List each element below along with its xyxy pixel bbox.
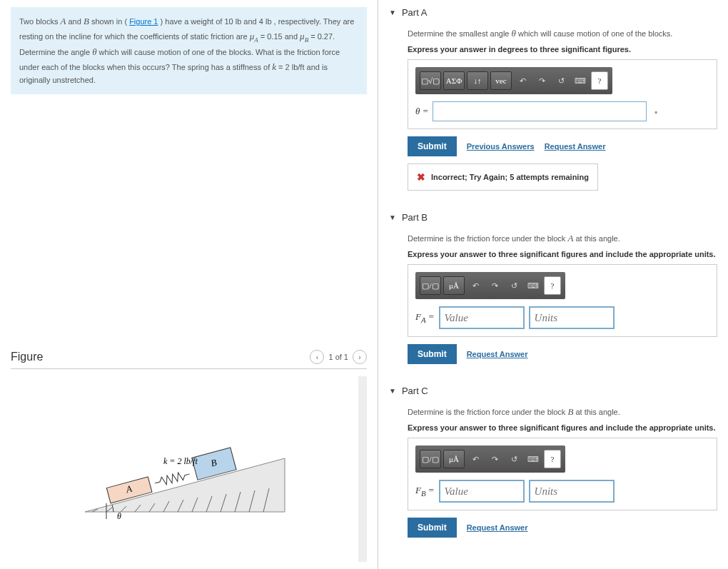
submit-button[interactable]: Submit xyxy=(408,136,457,156)
part-c: ▼ Part C Determine is the friction force… xyxy=(389,386,717,538)
request-answer-link[interactable]: Request Answer xyxy=(545,142,606,151)
feedback-text: Incorrect; Try Again; 5 attempts remaini… xyxy=(431,173,589,181)
fraction-button[interactable]: ▢/▢ xyxy=(420,276,441,295)
part-c-prompt1: Determine is the friction force under th… xyxy=(408,406,717,418)
fraction-button[interactable]: ▢/▢ xyxy=(420,450,441,468)
prev-figure-button[interactable]: ‹ xyxy=(310,350,324,364)
svg-line-16 xyxy=(184,474,189,475)
var-b: B xyxy=(84,16,89,26)
part-b-title: Part B xyxy=(402,212,428,223)
fa-label: FA = xyxy=(415,311,435,324)
redo-button[interactable]: ↷ xyxy=(533,71,550,90)
part-b-prompt2: Express your answer to three significant… xyxy=(408,250,717,258)
keyboard-button[interactable]: ⌨ xyxy=(525,276,542,295)
mu-b: μB xyxy=(300,31,308,41)
incline-diagram: A B k = 2 lb/ft θ xyxy=(64,405,306,533)
theta-label: θ = xyxy=(415,106,428,117)
equation-toolbar: ▢/▢ μÅ ↶ ↷ ↺ ⌨ ? xyxy=(415,272,565,299)
k-label: k = 2 lb/ft xyxy=(163,456,198,466)
value-input[interactable] xyxy=(439,306,525,329)
text: Two blocks xyxy=(19,17,60,26)
answer-box-b: ▢/▢ μÅ ↶ ↷ ↺ ⌨ ? FA = xyxy=(408,264,717,337)
units-button[interactable]: μÅ xyxy=(443,450,465,468)
unit: lb xyxy=(236,17,242,26)
figure-canvas: A B k = 2 lb/ft θ xyxy=(11,376,367,562)
collapse-icon[interactable]: ▼ xyxy=(389,213,396,221)
figure-title: Figure xyxy=(11,351,43,363)
answer-box-c: ▢/▢ μÅ ↶ ↷ ↺ ⌨ ? FB = xyxy=(408,438,717,510)
reset-button[interactable]: ↺ xyxy=(505,450,522,468)
help-button[interactable]: ? xyxy=(544,276,561,295)
k-unit: lb/ft xyxy=(292,63,305,71)
previous-answers-link[interactable]: Previous Answers xyxy=(467,142,535,151)
theta-input[interactable] xyxy=(433,101,647,121)
figure-link[interactable]: Figure 1 xyxy=(129,17,158,26)
problem-statement: Two blocks A and B shown in ( Figure 1 )… xyxy=(11,7,367,94)
help-button[interactable]: ? xyxy=(591,71,608,90)
equation-toolbar: ▢/▢ μÅ ↶ ↷ ↺ ⌨ ? xyxy=(415,445,565,473)
reset-button[interactable]: ↺ xyxy=(505,276,522,295)
part-c-title: Part C xyxy=(402,386,428,396)
part-a-prompt1: Determine the smallest angle θ which wil… xyxy=(408,28,717,39)
part-b-prompt1: Determine is the friction force under th… xyxy=(408,233,717,244)
keyboard-button[interactable]: ⌨ xyxy=(525,450,542,468)
theta: θ xyxy=(92,46,96,57)
mu-a: μA xyxy=(250,31,258,41)
vec-button[interactable]: vec xyxy=(490,71,512,90)
collapse-icon[interactable]: ▼ xyxy=(389,9,396,16)
answer-box-a: ▢√▢ ΑΣΦ ↓↑ vec ↶ ↷ ↺ ⌨ ? θ = ∘ xyxy=(408,59,717,129)
unit: lb xyxy=(266,17,272,26)
request-answer-link[interactable]: Request Answer xyxy=(467,523,528,532)
value-input[interactable] xyxy=(439,480,525,503)
part-c-prompt2: Express your answer to three significant… xyxy=(408,423,717,432)
undo-button[interactable]: ↶ xyxy=(467,450,484,468)
next-figure-button[interactable]: › xyxy=(353,350,367,364)
keyboard-button[interactable]: ⌨ xyxy=(572,71,589,90)
theta-label: θ xyxy=(117,511,121,521)
subscript-button[interactable]: ↓↑ xyxy=(467,71,488,90)
text: and 4 xyxy=(243,17,266,26)
feedback-box: ✖ Incorrect; Try Again; 5 attempts remai… xyxy=(408,163,598,191)
text: ) have a weight of 10 xyxy=(161,17,236,26)
part-a-prompt2: Express your answer in degrees to three … xyxy=(408,45,717,54)
units-button[interactable]: μÅ xyxy=(443,276,465,295)
part-a: ▼ Part A Determine the smallest angle θ … xyxy=(389,7,717,191)
incorrect-icon: ✖ xyxy=(417,171,425,183)
text: = 0.15 and xyxy=(261,32,300,41)
part-b: ▼ Part B Determine is the friction force… xyxy=(389,212,717,364)
fb-label: FB = xyxy=(415,485,435,498)
text: and xyxy=(68,17,83,26)
redo-button[interactable]: ↷ xyxy=(486,450,503,468)
text: = 2 xyxy=(278,63,292,71)
request-answer-link[interactable]: Request Answer xyxy=(467,350,528,358)
collapse-icon[interactable]: ▼ xyxy=(389,387,396,395)
svg-line-15 xyxy=(155,482,160,483)
templates-button[interactable]: ▢√▢ xyxy=(420,71,441,90)
submit-button[interactable]: Submit xyxy=(408,518,457,538)
undo-button[interactable]: ↶ xyxy=(514,71,531,90)
equation-toolbar: ▢√▢ ΑΣΦ ↓↑ vec ↶ ↷ ↺ ⌨ ? xyxy=(415,67,612,94)
greek-button[interactable]: ΑΣΦ xyxy=(443,71,465,90)
redo-button[interactable]: ↷ xyxy=(486,276,503,295)
units-input[interactable] xyxy=(529,480,615,503)
units-input[interactable] xyxy=(529,306,615,329)
undo-button[interactable]: ↶ xyxy=(467,276,484,295)
figure-pager: 1 of 1 xyxy=(328,353,348,361)
degree-unit: ∘ xyxy=(654,108,658,116)
text: shown in ( xyxy=(91,17,127,26)
var-a: A xyxy=(60,16,66,26)
help-button[interactable]: ? xyxy=(544,450,561,468)
submit-button[interactable]: Submit xyxy=(408,344,457,364)
svg-marker-0 xyxy=(85,458,285,512)
k: k xyxy=(272,61,276,72)
reset-button[interactable]: ↺ xyxy=(552,71,570,90)
part-a-title: Part A xyxy=(402,7,427,18)
